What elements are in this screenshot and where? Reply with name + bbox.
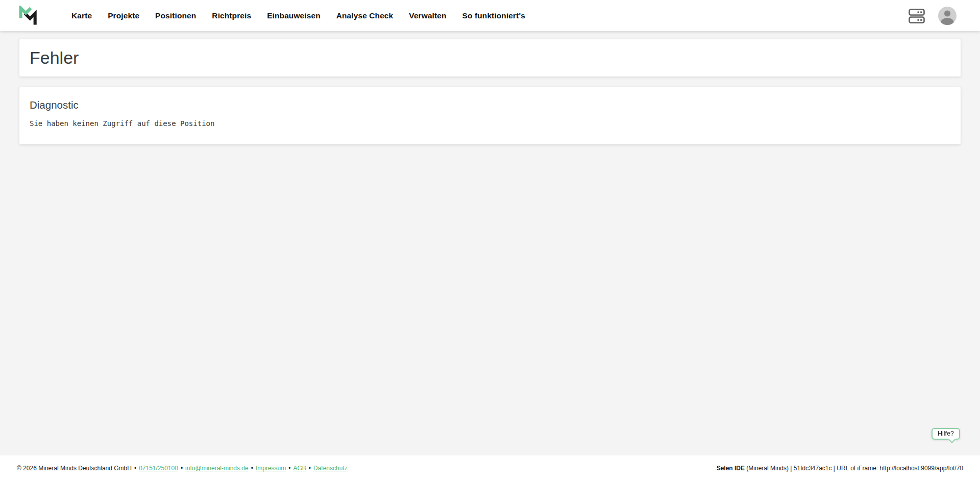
copyright-text: © 2026 Mineral Minds Deutschland GmbH — [17, 465, 132, 472]
footer-agb-link[interactable]: AGB — [293, 465, 306, 472]
storage-icon[interactable] — [909, 7, 925, 24]
navbar-icons — [909, 7, 957, 25]
footer-separator: • — [134, 465, 136, 472]
diagnostic-heading: Diagnostic — [30, 99, 950, 111]
footer-separator: • — [251, 465, 253, 472]
app-details: (Mineral Minds) | 51fdc347ac1c | URL of … — [745, 465, 963, 472]
error-title-card: Fehler — [19, 39, 961, 77]
nav-item-positionen[interactable]: Positionen — [155, 11, 196, 20]
footer-impressum-link[interactable]: Impressum — [256, 465, 286, 472]
nav-item-richtpreis[interactable]: Richtpreis — [212, 11, 251, 20]
footer-right: Selen IDE (Mineral Minds) | 51fdc347ac1c… — [717, 465, 963, 472]
footer-email-link[interactable]: info@mineral-minds.de — [185, 465, 249, 472]
app-name: Selen IDE — [717, 465, 745, 472]
nav-item-so-funktionierts[interactable]: So funktioniert's — [462, 11, 525, 20]
user-avatar-icon[interactable] — [938, 7, 957, 25]
nav-item-analyse-check[interactable]: Analyse Check — [336, 11, 394, 20]
footer: © 2026 Mineral Minds Deutschland GmbH • … — [0, 455, 980, 481]
main-content: Fehler Diagnostic Sie haben keinen Zugri… — [0, 31, 980, 455]
diagnostic-card: Diagnostic Sie haben keinen Zugriff auf … — [19, 87, 961, 144]
diagnostic-message: Sie haben keinen Zugriff auf diese Posit… — [30, 119, 950, 128]
help-button[interactable]: Hilfe? — [932, 428, 960, 440]
nav-item-projekte[interactable]: Projekte — [108, 11, 139, 20]
footer-separator: • — [181, 465, 183, 472]
footer-separator: • — [309, 465, 311, 472]
footer-datenschutz-link[interactable]: Datenschutz — [313, 465, 348, 472]
mineral-minds-logo[interactable] — [18, 6, 38, 26]
footer-left: © 2026 Mineral Minds Deutschland GmbH • … — [17, 465, 348, 472]
nav-item-karte[interactable]: Karte — [71, 11, 92, 20]
main-navigation: Karte Projekte Positionen Richtpreis Ein… — [71, 11, 525, 20]
nav-item-verwalten[interactable]: Verwalten — [409, 11, 446, 20]
top-navbar: Karte Projekte Positionen Richtpreis Ein… — [0, 0, 980, 31]
footer-phone-link[interactable]: 07151/250100 — [139, 465, 178, 472]
page-title: Fehler — [30, 48, 79, 68]
nav-item-einbauweisen[interactable]: Einbauweisen — [267, 11, 321, 20]
logo-m-icon — [18, 6, 38, 26]
footer-separator: • — [288, 465, 290, 472]
